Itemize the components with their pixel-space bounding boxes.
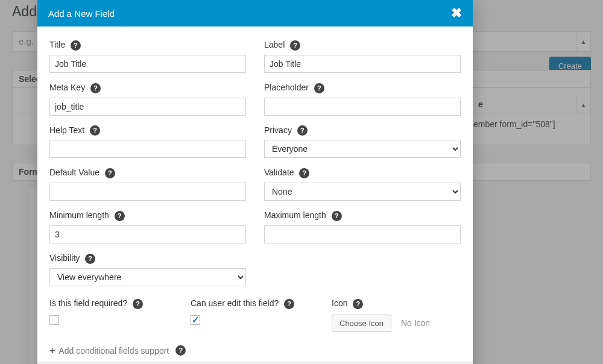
field-title: Title ? — [49, 40, 246, 73]
add-field-modal: Add a New Field ✖ Title ? Met — [37, 0, 473, 364]
validate-select[interactable]: None — [264, 183, 461, 201]
icon-col: Icon ? Choose Icon No Icon — [332, 298, 461, 332]
field-default-value: Default Value ? — [49, 168, 246, 201]
help-icon[interactable]: ? — [133, 299, 143, 309]
right-column: Label ? Placeholder ? — [264, 40, 461, 296]
meta-key-label-text: Meta Key — [49, 83, 85, 92]
close-icon[interactable]: ✖ — [451, 7, 462, 20]
title-label: Title ? — [49, 40, 246, 51]
default-value-input[interactable] — [49, 183, 246, 201]
choose-icon-button[interactable]: Choose Icon — [332, 315, 391, 332]
field-validate: Validate ? None — [264, 168, 461, 201]
min-length-input[interactable] — [49, 225, 246, 243]
icon-status: No Icon — [401, 318, 430, 328]
editable-label: Can user edit this field? ? — [191, 298, 320, 309]
help-icon[interactable]: ? — [85, 254, 95, 264]
visibility-label-text: Visibility — [49, 253, 80, 263]
validate-label: Validate ? — [264, 168, 461, 178]
help-icon[interactable]: ? — [290, 40, 300, 51]
options-row: Is this field required? ? Can user edit … — [49, 298, 461, 332]
title-label-text: Title — [49, 40, 65, 49]
modal-title: Add a New Field — [48, 8, 115, 19]
max-length-label: Maximum length ? — [264, 210, 461, 221]
field-help-text: Help Text ? — [49, 125, 246, 158]
editable-label-text: Can user edit this field? — [191, 298, 279, 308]
field-privacy: Privacy ? Everyone — [264, 125, 461, 158]
min-length-label: Minimum length ? — [49, 210, 246, 221]
default-value-label: Default Value ? — [49, 168, 246, 178]
help-text-input[interactable] — [49, 140, 246, 158]
help-icon[interactable]: ? — [314, 83, 324, 93]
conditional-row[interactable]: + Add conditional fields support ? — [49, 345, 461, 356]
label-input[interactable] — [264, 55, 461, 73]
field-label: Label ? — [264, 40, 461, 73]
help-icon[interactable]: ? — [175, 345, 186, 356]
required-checkbox[interactable] — [49, 315, 59, 325]
max-length-label-text: Maximum length — [264, 210, 326, 220]
privacy-label: Privacy ? — [264, 125, 461, 136]
validate-label-text: Validate — [264, 168, 294, 177]
help-icon[interactable]: ? — [71, 40, 81, 51]
max-length-input[interactable] — [264, 225, 461, 243]
modal-footer: Add Cancel — [37, 362, 473, 364]
help-icon[interactable]: ? — [353, 299, 363, 309]
required-label: Is this field required? ? — [49, 298, 178, 309]
help-icon[interactable]: ? — [115, 211, 125, 221]
field-min-length: Minimum length ? — [49, 210, 246, 243]
help-icon[interactable]: ? — [332, 211, 342, 221]
help-text-label: Help Text ? — [49, 125, 246, 136]
required-col: Is this field required? ? — [49, 298, 178, 332]
left-column: Title ? Meta Key ? H — [49, 40, 246, 296]
icon-label: Icon ? — [332, 298, 461, 309]
icon-label-text: Icon — [332, 298, 347, 308]
privacy-label-text: Privacy — [264, 125, 292, 135]
meta-key-input[interactable] — [49, 98, 246, 116]
editable-checkbox[interactable] — [191, 315, 200, 325]
privacy-select[interactable]: Everyone — [264, 140, 461, 158]
title-input[interactable] — [49, 55, 246, 73]
help-icon[interactable]: ? — [299, 168, 309, 178]
label-label: Label ? — [264, 40, 461, 51]
placeholder-label: Placeholder ? — [264, 83, 461, 93]
visibility-label: Visibility ? — [49, 253, 246, 264]
modal-header: Add a New Field ✖ — [37, 0, 473, 27]
plus-icon: + — [49, 345, 55, 356]
default-value-label-text: Default Value — [49, 168, 99, 177]
visibility-select[interactable]: View everywhere — [49, 268, 246, 286]
editable-col: Can user edit this field? ? — [191, 298, 320, 332]
help-icon[interactable]: ? — [105, 168, 115, 178]
min-length-label-text: Minimum length — [49, 210, 109, 220]
help-icon[interactable]: ? — [297, 125, 308, 136]
conditional-label: Add conditional fields support — [58, 346, 169, 356]
field-max-length: Maximum length ? — [264, 210, 461, 243]
help-icon[interactable]: ? — [284, 299, 294, 309]
field-meta-key: Meta Key ? — [49, 83, 246, 116]
help-text-label-text: Help Text — [49, 125, 84, 135]
modal-overlay: Add a New Field ✖ Title ? Met — [0, 0, 603, 364]
help-icon[interactable]: ? — [90, 125, 100, 136]
meta-key-label: Meta Key ? — [49, 83, 246, 93]
help-icon[interactable]: ? — [90, 83, 101, 93]
modal-body: Title ? Meta Key ? H — [37, 27, 473, 362]
required-label-text: Is this field required? — [49, 298, 127, 308]
field-placeholder: Placeholder ? — [264, 83, 461, 116]
placeholder-label-text: Placeholder — [264, 83, 309, 92]
label-label-text: Label — [264, 40, 285, 49]
placeholder-input[interactable] — [264, 98, 461, 116]
field-visibility: Visibility ? View everywhere — [49, 253, 246, 286]
